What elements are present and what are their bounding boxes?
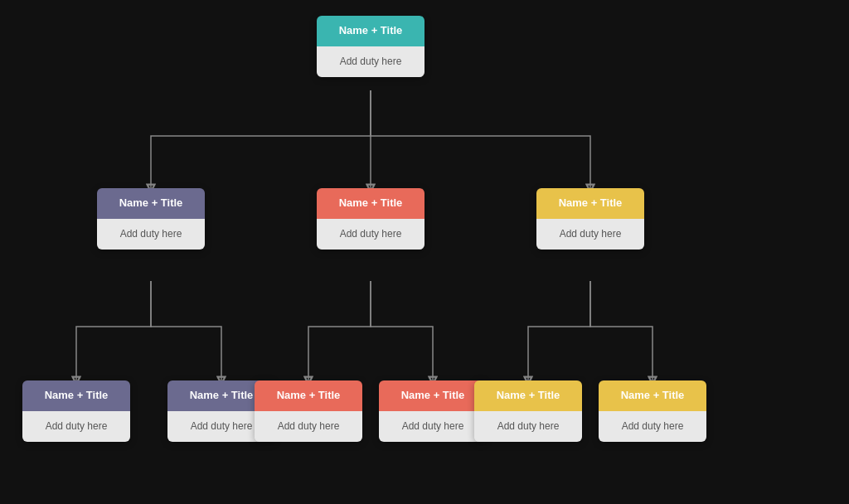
- org-chart: Name + Title Add duty here Name + Title …: [10, 7, 839, 497]
- node-rr[interactable]: Name + Title Add duty here: [599, 380, 706, 442]
- node-rl[interactable]: Name + Title Add duty here: [474, 380, 582, 442]
- node-right-body: Add duty here: [536, 219, 644, 250]
- node-center[interactable]: Name + Title Add duty here: [317, 188, 424, 250]
- node-ll[interactable]: Name + Title Add duty here: [22, 380, 130, 442]
- node-cl-header: Name + Title: [255, 380, 362, 411]
- node-cr[interactable]: Name + Title Add duty here: [379, 380, 487, 442]
- node-right[interactable]: Name + Title Add duty here: [536, 188, 644, 250]
- node-root-body: Add duty here: [317, 46, 424, 77]
- node-left-body: Add duty here: [97, 219, 205, 250]
- node-cr-header: Name + Title: [379, 380, 487, 411]
- node-root-header: Name + Title: [317, 16, 424, 46]
- node-center-body: Add duty here: [317, 219, 424, 250]
- node-right-header: Name + Title: [536, 188, 644, 219]
- node-cl-body: Add duty here: [255, 411, 362, 442]
- node-rl-body: Add duty here: [474, 411, 582, 442]
- node-cr-body: Add duty here: [379, 411, 487, 442]
- node-rr-body: Add duty here: [599, 411, 706, 442]
- node-cl[interactable]: Name + Title Add duty here: [255, 380, 362, 442]
- node-left-header: Name + Title: [97, 188, 205, 219]
- node-center-header: Name + Title: [317, 188, 424, 219]
- node-ll-body: Add duty here: [22, 411, 130, 442]
- node-ll-header: Name + Title: [22, 380, 130, 411]
- node-root[interactable]: Name + Title Add duty here: [317, 16, 424, 77]
- node-rr-header: Name + Title: [599, 380, 706, 411]
- node-rl-header: Name + Title: [474, 380, 582, 411]
- node-left[interactable]: Name + Title Add duty here: [97, 188, 205, 250]
